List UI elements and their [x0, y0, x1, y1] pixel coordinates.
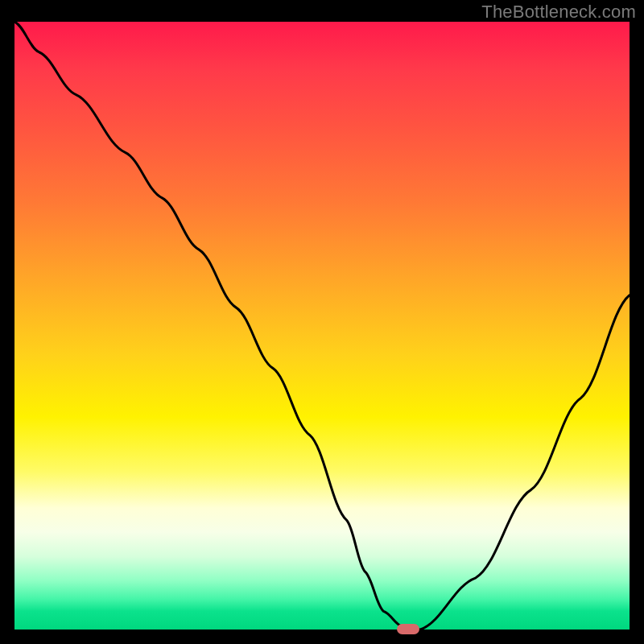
watermark-text: TheBottleneck.com — [481, 2, 636, 23]
optimal-point-marker — [397, 624, 419, 634]
curve-path — [14, 22, 630, 630]
chart-frame: TheBottleneck.com — [0, 0, 644, 644]
bottleneck-curve — [14, 22, 630, 630]
